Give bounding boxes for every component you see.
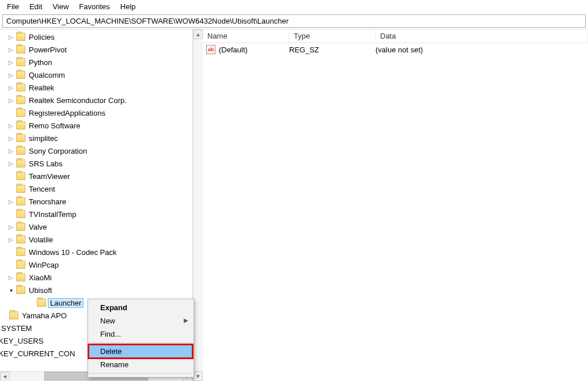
scroll-up-arrow-icon[interactable]: ▲ <box>194 29 203 39</box>
tree-node[interactable]: ▾Ubisoft <box>0 284 192 296</box>
chevron-right-icon[interactable]: ▷ <box>7 34 15 40</box>
tree-node[interactable]: ▷Python <box>0 56 192 68</box>
ctx-item-delete[interactable]: Delete <box>89 345 193 358</box>
chevron-right-icon[interactable]: ▷ <box>7 123 15 129</box>
folder-icon <box>16 286 25 294</box>
string-value-icon: ab <box>206 45 215 54</box>
chevron-right-icon[interactable]: ▷ <box>7 47 15 53</box>
tree-node-label: Valve <box>28 222 48 232</box>
chevron-down-icon[interactable]: ▾ <box>7 287 15 294</box>
folder-icon <box>16 197 25 205</box>
menu-edit[interactable]: Edit <box>25 1 47 12</box>
tree-node-label: PowerPivot <box>28 45 68 55</box>
chevron-right-icon[interactable]: ▷ <box>7 275 15 281</box>
scroll-left-arrow-icon[interactable]: ◄ <box>0 372 10 382</box>
scroll-vtrack[interactable] <box>194 39 203 371</box>
col-type[interactable]: Type <box>289 29 375 43</box>
ctx-item-find[interactable]: Find... <box>89 327 193 341</box>
folder-icon <box>16 96 25 104</box>
chevron-right-icon: ▶ <box>184 317 188 323</box>
tree-node-label: Policies <box>28 32 56 42</box>
tree-node-label: WinPcap <box>28 260 60 270</box>
tree-node[interactable]: WinPcap <box>0 258 192 271</box>
tree-node-label: simplitec <box>28 134 59 143</box>
tree-node[interactable]: TVInstallTemp <box>0 208 192 220</box>
col-data[interactable]: Data <box>375 29 588 43</box>
tree-node-label: Yamaha APO <box>21 311 68 321</box>
tree-node-label: SYSTEM <box>0 323 33 333</box>
tree-node[interactable]: ▷Realtek <box>0 81 192 94</box>
tree-node[interactable]: RegisteredApplications <box>0 106 192 119</box>
tree-vscrollbar[interactable]: ▲ ▼ <box>193 29 203 381</box>
tree-node[interactable]: ▷Sony Corporation <box>0 144 192 157</box>
folder-icon <box>9 311 18 319</box>
folder-icon <box>16 223 25 231</box>
chevron-right-icon[interactable]: ▷ <box>7 161 15 167</box>
tree-node-label: Ubisoft <box>28 285 53 295</box>
tree-node-label: Python <box>28 58 53 67</box>
chevron-right-icon[interactable]: ▷ <box>7 148 15 154</box>
tree-node[interactable]: ▷Valve <box>0 220 192 233</box>
tree-node-label: Windows 10 - Codec Pack <box>28 247 117 257</box>
folder-icon <box>16 58 25 66</box>
value-type: REG_SZ <box>289 45 375 54</box>
menu-view[interactable]: View <box>48 1 73 12</box>
tree-node-label: Realtek <box>28 83 55 93</box>
chevron-right-icon[interactable]: ▷ <box>7 199 15 205</box>
tree-node[interactable]: ▷XiaoMi <box>0 271 192 284</box>
ctx-item-new[interactable]: New▶ <box>89 314 193 327</box>
tree-node[interactable]: ▷PowerPivot <box>0 43 192 56</box>
context-menu[interactable]: ExpandNew▶Find...DeleteRename <box>88 299 194 378</box>
folder-icon <box>16 83 25 92</box>
tree-node-label: RegisteredApplications <box>28 108 107 118</box>
values-panel: Name Type Data ab (Default) REG_SZ (valu… <box>203 29 588 381</box>
folder-icon <box>16 33 25 41</box>
chevron-right-icon[interactable]: ▷ <box>7 59 15 66</box>
tree-node-label: XiaoMi <box>28 273 53 283</box>
tree-node-label: Sony Corporation <box>28 146 88 156</box>
tree-node[interactable]: Tencent <box>0 182 192 195</box>
tree-node[interactable]: ▷Volatile <box>0 233 192 246</box>
chevron-right-icon[interactable]: ▷ <box>7 135 15 142</box>
tree-node-label: Volatile <box>28 235 54 245</box>
menu-file[interactable]: File <box>2 1 24 12</box>
tree-node-label: SRS Labs <box>28 159 64 169</box>
menu-favorites[interactable]: Favorites <box>74 1 114 12</box>
address-bar[interactable]: Computer\HKEY_LOCAL_MACHINE\SOFTWARE\WOW… <box>2 14 586 28</box>
tree-node[interactable]: ▷simplitec <box>0 132 192 144</box>
ctx-separator <box>90 342 192 343</box>
tree-node[interactable]: Windows 10 - Codec Pack <box>0 246 192 258</box>
menu-help[interactable]: Help <box>116 1 141 12</box>
list-row[interactable]: ab (Default) REG_SZ (value not set) <box>203 43 588 56</box>
folder-icon <box>16 261 25 269</box>
folder-icon <box>16 147 25 155</box>
tree-node-label: TVInstallTemp <box>28 209 77 219</box>
chevron-right-icon[interactable]: ▷ <box>7 224 15 230</box>
tree-node[interactable]: ▷Remo Software <box>0 119 192 132</box>
list-header[interactable]: Name Type Data <box>203 29 588 43</box>
tree-node[interactable]: ▷SRS Labs <box>0 157 192 170</box>
folder-icon <box>37 299 46 307</box>
tree-node-label: Qualcomm <box>28 70 66 80</box>
folder-icon <box>16 121 25 129</box>
tree-node-label: Launcher <box>48 298 84 308</box>
chevron-right-icon[interactable]: ▷ <box>7 97 15 104</box>
tree-node[interactable]: ▷Policies <box>0 31 192 43</box>
tree-node-label: Tencent <box>28 184 56 194</box>
scroll-down-arrow-icon[interactable]: ▼ <box>194 371 203 381</box>
ctx-item-rename[interactable]: Rename <box>89 358 193 371</box>
chevron-right-icon[interactable]: ▷ <box>7 85 15 91</box>
ctx-item-expand[interactable]: Expand <box>89 301 193 314</box>
value-data: (value not set) <box>375 45 588 54</box>
folder-icon <box>16 248 25 256</box>
chevron-right-icon[interactable]: ▷ <box>7 237 15 243</box>
tree-node[interactable]: ▷Realtek Semiconductor Corp. <box>0 94 192 106</box>
chevron-right-icon[interactable]: ▷ <box>7 72 15 78</box>
folder-icon <box>16 210 25 218</box>
tree-node[interactable]: TeamViewer <box>0 170 192 182</box>
col-name[interactable]: Name <box>203 29 289 43</box>
tree-node-label: HKEY_CURRENT_CON <box>0 349 76 359</box>
tree-node[interactable]: ▷Qualcomm <box>0 68 192 81</box>
tree-node[interactable]: ▷Tenorshare <box>0 195 192 208</box>
menubar: File Edit View Favorites Help <box>0 0 588 13</box>
